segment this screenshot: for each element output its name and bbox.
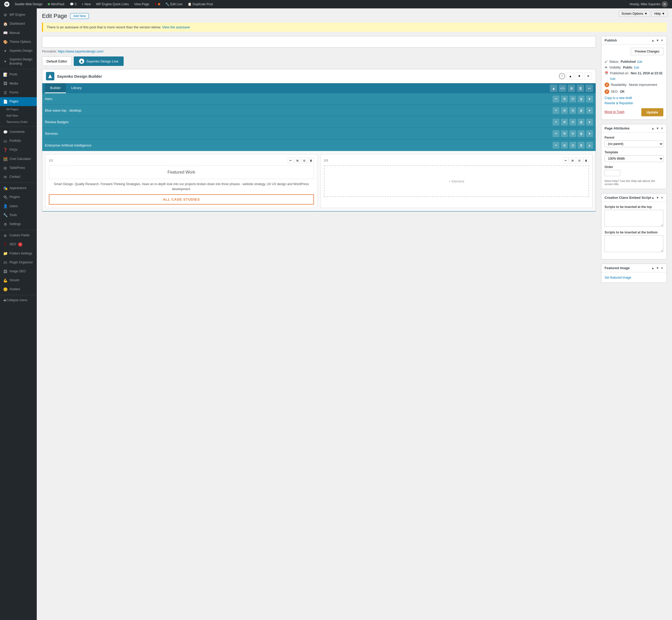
col-1-layer[interactable]: ⊟ bbox=[301, 158, 307, 163]
row-delete-hero[interactable]: 🗑 bbox=[578, 96, 584, 102]
builder-collapse-down[interactable]: ▼ bbox=[576, 72, 583, 80]
tab-ctrl-code[interactable]: </> bbox=[559, 85, 566, 92]
sidebar-item-comments[interactable]: 💬 Comments bbox=[0, 127, 37, 137]
row-layer-eai[interactable]: ⊟ bbox=[569, 142, 576, 149]
view-autosave-link[interactable]: View the autosave bbox=[162, 25, 190, 29]
sidebar-item-contact[interactable]: ✉ Contact bbox=[0, 172, 37, 182]
sidebar-item-pages[interactable]: 📄 Pages bbox=[0, 97, 37, 106]
row-edit-hero[interactable]: ✏ bbox=[553, 96, 559, 102]
howdy-item[interactable]: Howdy, Mike Sayenko M bbox=[627, 0, 670, 8]
row-layer-services[interactable]: ⊟ bbox=[569, 130, 576, 137]
scripts-bottom-input[interactable] bbox=[605, 235, 663, 252]
row-expand-blue-wave[interactable]: ▼ bbox=[586, 107, 593, 114]
sidebar-item-sayenko-branding[interactable]: ✦ Sayenko Design Branding bbox=[0, 55, 37, 68]
help-button[interactable]: Help ▼ bbox=[651, 10, 668, 17]
comments-item[interactable]: 💬 0 bbox=[68, 0, 79, 8]
featured-image-down-btn[interactable]: ▼ bbox=[656, 266, 659, 270]
publish-down-btn[interactable]: ▼ bbox=[656, 39, 659, 42]
screen-options-button[interactable]: Screen Options ▼ bbox=[619, 10, 651, 17]
sidebar-item-faqs[interactable]: ❓ FAQs bbox=[0, 146, 37, 154]
col-2-edit[interactable]: ✏ bbox=[563, 158, 569, 163]
view-page-item[interactable]: View Page bbox=[132, 0, 151, 8]
tab-ctrl-layout[interactable]: ⊞ bbox=[568, 85, 575, 92]
new-item[interactable]: + New bbox=[80, 0, 93, 8]
tab-library[interactable]: Library bbox=[66, 83, 87, 93]
page-title-input[interactable]: Seattle &amp; Bellevue Web Design bbox=[42, 36, 596, 48]
publish-close-btn[interactable]: ✕ bbox=[661, 39, 663, 42]
row-collapse-eai[interactable]: ▲ bbox=[586, 142, 593, 149]
col-1-edit[interactable]: ✏ bbox=[288, 158, 293, 163]
sidebar-item-forms[interactable]: ☰ Forms bbox=[0, 88, 37, 97]
sidebar-item-manual[interactable]: 📖 Manual bbox=[0, 29, 37, 37]
tab-ctrl-delete[interactable]: 🗑 bbox=[577, 85, 584, 92]
collapse-menu-button[interactable]: ◀ Collapse menu bbox=[0, 296, 37, 304]
creative-clans-close-btn[interactable]: ✕ bbox=[661, 196, 663, 200]
rewrite-republish-link[interactable]: Rewrite & Republish bbox=[605, 101, 663, 105]
sidebar-item-sayenko-design[interactable]: ✦ Sayenko Design bbox=[0, 47, 37, 55]
row-edit-services[interactable]: ✏ bbox=[553, 130, 559, 137]
visibility-edit-link[interactable]: Edit bbox=[634, 66, 639, 69]
edit-live-item[interactable]: 🔧 Edit Live bbox=[163, 0, 184, 8]
sidebar-item-all-pages[interactable]: All Pages bbox=[0, 106, 37, 112]
row-copy-eai[interactable]: ⊞ bbox=[561, 142, 568, 149]
row-delete-review-badges[interactable]: 🗑 bbox=[578, 119, 584, 125]
row-expand-review-badges[interactable]: ▼ bbox=[586, 119, 593, 125]
copy-draft-link[interactable]: Copy to a new draft bbox=[605, 96, 663, 100]
page-attr-close-btn[interactable]: ✕ bbox=[661, 126, 663, 130]
sidebar-item-custom-fields[interactable]: ⊕ Custom Fields bbox=[0, 231, 37, 240]
col-2-layer[interactable]: ⊟ bbox=[576, 158, 582, 163]
site-name-item[interactable]: Seattle Web Design bbox=[13, 0, 45, 8]
sidebar-item-users[interactable]: 👤 Users bbox=[0, 202, 37, 211]
row-layer-blue-wave[interactable]: ⊟ bbox=[569, 107, 576, 114]
row-delete-services[interactable]: 🗑 bbox=[578, 130, 584, 137]
row-delete-blue-wave[interactable]: 🗑 bbox=[578, 107, 584, 114]
tab-ctrl-history[interactable]: ↩ bbox=[585, 85, 593, 92]
row-edit-blue-wave[interactable]: ✏ bbox=[553, 107, 559, 114]
row-layer-hero[interactable]: ⊟ bbox=[569, 96, 576, 102]
row-copy-blue-wave[interactable]: ⊞ bbox=[561, 107, 568, 114]
sidebar-item-wp-engine[interactable]: ⚙ WP Engine bbox=[0, 10, 37, 19]
page-attr-up-btn[interactable]: ▲ bbox=[651, 126, 655, 130]
col-1-delete[interactable]: 🗑 bbox=[308, 158, 314, 163]
add-element-block[interactable]: + Element bbox=[324, 165, 589, 197]
set-featured-image-link[interactable]: Set featured image bbox=[605, 276, 631, 279]
sidebar-item-settings[interactable]: ⚙ Settings bbox=[0, 220, 37, 229]
status-edit-link[interactable]: Edit bbox=[637, 60, 642, 63]
col-1-copy[interactable]: ⊞ bbox=[294, 158, 300, 163]
sidebar-item-plugin-organizer[interactable]: 🗃 Plugin Organizer bbox=[0, 258, 37, 267]
sidebar-item-image-seo[interactable]: 🖼 Image SEO bbox=[0, 267, 37, 276]
sidebar-item-cost-calculator[interactable]: 🧮 Cost Calculator bbox=[0, 154, 37, 163]
move-to-trash-link[interactable]: Move to Trash bbox=[605, 110, 624, 114]
default-editor-button[interactable]: Default Editor bbox=[42, 56, 72, 66]
yoast-item[interactable]: Y bbox=[152, 0, 162, 8]
creative-clans-up-btn[interactable]: ▲ bbox=[651, 196, 655, 200]
builder-collapse-up[interactable]: ▲ bbox=[567, 72, 574, 80]
sidebar-item-folders[interactable]: 📁 Folders Settings bbox=[0, 249, 37, 258]
live-editor-button[interactable]: Sayenko Design Live bbox=[74, 56, 124, 66]
row-edit-eai[interactable]: ✏ bbox=[553, 142, 559, 149]
builder-close[interactable]: ✕ bbox=[584, 72, 592, 80]
all-case-studies-button[interactable]: ALL CASE STUDIES bbox=[49, 194, 314, 205]
sidebar-item-media[interactable]: 🖼 Media bbox=[0, 79, 37, 88]
published-edit-link[interactable]: Edit bbox=[610, 77, 663, 81]
sidebar-item-appearance[interactable]: 🎭 Appearance bbox=[0, 184, 37, 193]
sidebar-item-seo[interactable]: Y SEO 1 bbox=[0, 240, 37, 249]
sidebar-item-tablepress[interactable]: ⊞ TablePress bbox=[0, 164, 37, 172]
wp-engine-item[interactable]: WP Engine Quick Links bbox=[94, 0, 131, 8]
builder-help-button[interactable]: ? bbox=[559, 73, 565, 79]
sidebar-item-dashboard[interactable]: 🏠 Dashboard bbox=[0, 19, 37, 29]
sidebar-item-taxonomy-order[interactable]: Taxonomy Order bbox=[0, 119, 37, 125]
sidebar-item-plugins[interactable]: 🔌 Plugins bbox=[0, 193, 37, 202]
tab-builder[interactable]: Builder bbox=[45, 83, 66, 93]
template-select[interactable]: 100% Width bbox=[605, 155, 663, 162]
row-expand-services[interactable]: ▼ bbox=[586, 130, 593, 137]
tab-ctrl-collapse[interactable]: ▲ bbox=[550, 85, 557, 92]
nitropack-item[interactable]: NitroPack bbox=[46, 0, 67, 8]
creative-clans-down-btn[interactable]: ▼ bbox=[656, 196, 659, 200]
duplicate-post-item[interactable]: 📋 Duplicate Post bbox=[185, 0, 215, 8]
sidebar-item-avatars[interactable]: 😊 Avatars bbox=[0, 285, 37, 294]
featured-image-close-btn[interactable]: ✕ bbox=[661, 266, 663, 270]
scripts-top-input[interactable] bbox=[605, 210, 663, 226]
add-new-button[interactable]: Add New bbox=[70, 13, 89, 19]
sidebar-item-add-new[interactable]: Add New bbox=[0, 112, 37, 119]
